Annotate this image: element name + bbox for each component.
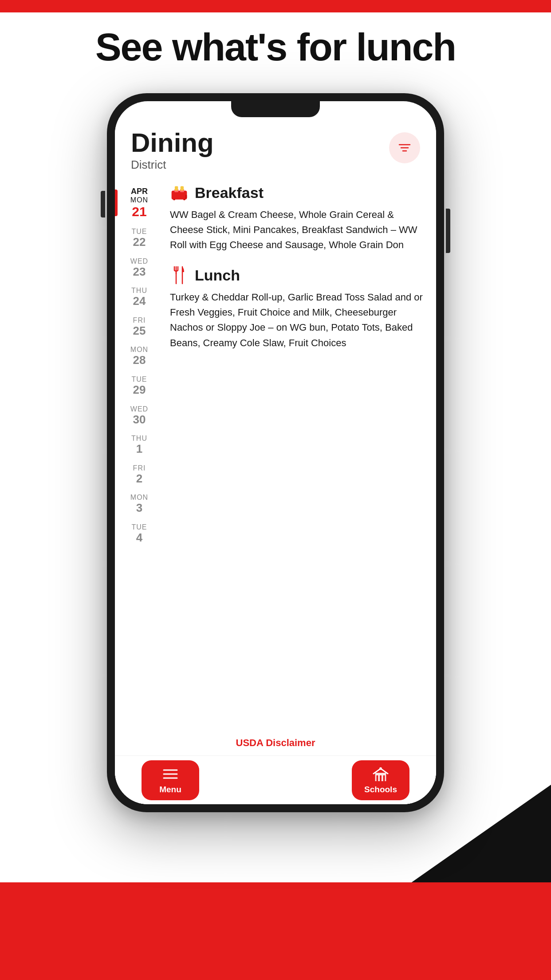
active-indicator <box>115 190 118 216</box>
svg-rect-10 <box>183 199 185 201</box>
lunch-section: Lunch Turkey & Cheddar Roll-up, Garlic B… <box>170 266 424 350</box>
screen-content: Dining District <box>115 117 436 804</box>
date-day-abbr-fri2: FRI <box>133 464 146 472</box>
date-num-23: 23 <box>133 265 146 278</box>
date-day-abbr-mon3: MON <box>130 494 148 502</box>
breakfast-description: WW Bagel & Cream Cheese, Whole Grain Cer… <box>170 207 424 253</box>
schools-nav-label: Schools <box>364 785 397 794</box>
date-item-mon-3[interactable]: MON 3 <box>115 489 164 519</box>
svg-rect-8 <box>185 195 187 199</box>
date-item-tue-4[interactable]: TUE 4 <box>115 519 164 549</box>
date-day-abbr-mon28: MON <box>130 346 148 354</box>
app-header: Dining District <box>115 117 436 179</box>
date-item-tue-22[interactable]: TUE 22 <box>115 223 164 253</box>
svg-rect-6 <box>175 186 178 190</box>
phone-notch <box>231 101 320 117</box>
date-item-wed-23[interactable]: WED 23 <box>115 253 164 283</box>
bottom-bar: USDA Disclaimer Menu <box>115 755 436 804</box>
date-item-apr-mon-21[interactable]: Apr MON 21 <box>115 182 164 223</box>
svg-rect-3 <box>172 190 187 199</box>
date-item-wed-30[interactable]: WED 30 <box>115 401 164 431</box>
date-item-mon-28[interactable]: MON 28 <box>115 341 164 371</box>
date-day-abbr-fri25: FRI <box>133 316 146 324</box>
date-day-abbr-tue22: TUE <box>132 228 147 236</box>
menu-nav-button[interactable]: Menu <box>142 760 199 800</box>
date-item-thu-24[interactable]: THU 24 <box>115 282 164 312</box>
date-num-22: 22 <box>133 236 146 249</box>
date-month-apr: Apr <box>131 187 148 196</box>
filter-icon <box>398 141 412 155</box>
toaster-icon <box>170 183 189 202</box>
date-num-4: 4 <box>136 531 142 544</box>
schools-nav-button[interactable]: Schools <box>352 760 409 800</box>
breakfast-header: Breakfast <box>170 183 424 202</box>
filter-button[interactable] <box>389 132 420 163</box>
svg-rect-22 <box>383 775 385 781</box>
svg-rect-20 <box>377 775 378 781</box>
usda-disclaimer[interactable]: USDA Disclaimer <box>236 737 315 749</box>
date-num-3: 3 <box>136 502 142 514</box>
top-status-bar <box>0 0 551 12</box>
header-title-group: Dining District <box>131 130 214 172</box>
svg-rect-21 <box>380 775 382 781</box>
date-day-abbr-tue4: TUE <box>132 523 147 531</box>
date-item-tue-29[interactable]: TUE 29 <box>115 371 164 401</box>
decorative-red-bar <box>0 882 551 980</box>
menu-nav-icon <box>162 766 178 782</box>
breakfast-section: Breakfast WW Bagel & Cream Cheese, Whole… <box>170 183 424 253</box>
phone-screen: Dining District <box>115 101 436 804</box>
app-subtitle: District <box>131 158 214 172</box>
date-day-abbr-thu24: THU <box>131 287 147 295</box>
date-item-fri-25[interactable]: FRI 25 <box>115 312 164 342</box>
svg-rect-7 <box>181 186 184 190</box>
date-num-30: 30 <box>133 413 146 426</box>
date-day-abbr-wed23: WED <box>130 257 148 265</box>
date-day-abbr-thu1: THU <box>131 435 147 443</box>
date-day-abbr-mon21: MON <box>130 196 148 204</box>
date-num-1: 1 <box>136 443 142 455</box>
lunch-header: Lunch <box>170 266 424 285</box>
date-num-24: 24 <box>133 295 146 308</box>
svg-rect-9 <box>173 199 175 201</box>
date-item-fri-2[interactable]: FRI 2 <box>115 460 164 490</box>
date-num-21: 21 <box>132 204 146 219</box>
menu-content: Breakfast WW Bagel & Cream Cheese, Whole… <box>164 179 436 755</box>
main-body: Apr MON 21 TUE 22 WED 23 THU 24 <box>115 179 436 755</box>
svg-point-23 <box>379 767 382 770</box>
date-num-25: 25 <box>133 324 146 337</box>
phone-frame: Dining District <box>107 93 444 812</box>
date-num-29: 29 <box>133 383 146 396</box>
page-headline: See what's for lunch <box>0 24 551 70</box>
fork-knife-icon <box>170 266 189 285</box>
app-title: Dining <box>131 130 214 156</box>
breakfast-title: Breakfast <box>195 184 264 202</box>
menu-nav-label: Menu <box>159 785 181 794</box>
date-num-2: 2 <box>136 472 142 485</box>
date-sidebar: Apr MON 21 TUE 22 WED 23 THU 24 <box>115 179 164 755</box>
schools-nav-icon <box>373 766 389 782</box>
date-day-abbr-tue29: TUE <box>132 375 147 383</box>
lunch-description: Turkey & Cheddar Roll-up, Garlic Bread T… <box>170 290 424 350</box>
date-num-28: 28 <box>133 354 146 367</box>
date-item-thu-1[interactable]: THU 1 <box>115 430 164 460</box>
date-day-abbr-wed30: WED <box>130 405 148 413</box>
lunch-title: Lunch <box>195 267 240 284</box>
